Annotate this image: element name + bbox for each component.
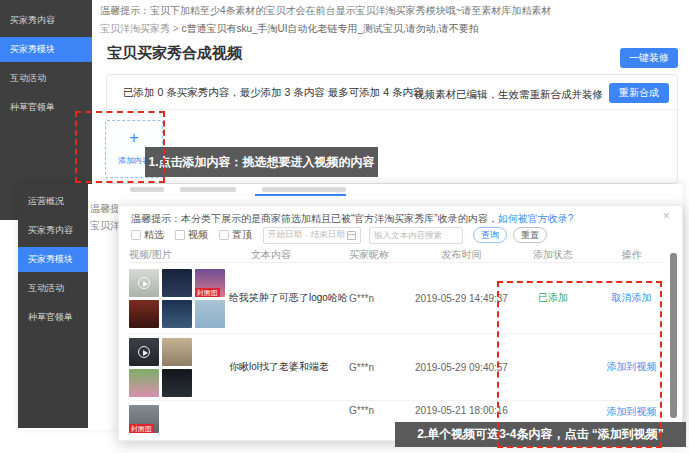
- front-nav-item-2[interactable]: 买家秀模块: [18, 247, 88, 272]
- clipped-warning-fragment: 温馨提示：: [90, 200, 118, 217]
- image-thumbnail[interactable]: [162, 269, 192, 297]
- checkbox-icon: [175, 230, 185, 240]
- row-action-link[interactable]: 取消添加: [597, 291, 666, 305]
- table-row: 封面图给我笑肿了可恶了logo哈哈G***n2019-05-29 14:49:3…: [129, 262, 666, 334]
- image-thumbnail[interactable]: 封面图: [129, 405, 159, 433]
- column-header-4: 添加状态: [509, 248, 597, 262]
- front-nav-item-0[interactable]: 运营概况: [18, 189, 88, 214]
- filter-checkbox-2[interactable]: 置顶: [219, 228, 252, 242]
- added-summary: 已添加 0 条买家秀内容，最少添加 3 条内容 最多可添加 4 条内容: [123, 86, 423, 100]
- modal-tip-text: 本分类下展示的是商家筛选加精且已被“官方洋淘买家秀库”收录的内容，: [181, 213, 498, 224]
- buyer-nick: G***n: [349, 362, 414, 373]
- clipped-breadcrumb-fragment: 宝贝洋淘买家秀: [90, 217, 118, 234]
- breadcrumb-current: c普通宝贝有sku_手淘UI自动化老链专用_测试宝贝,请勿动,请不要拍: [181, 23, 478, 34]
- filter-checkbox-1[interactable]: 视频: [175, 228, 208, 242]
- breadcrumb: 宝贝洋淘买家秀 > c普通宝贝有sku_手淘UI自动化老链专用_测试宝贝,请勿动…: [100, 22, 479, 36]
- image-thumbnail[interactable]: [129, 300, 159, 328]
- video-thumbnail[interactable]: [129, 338, 159, 366]
- modal-tip-prefix: 温馨提示：: [131, 213, 181, 224]
- annotation-step1: 1.点击添加内容：挑选想要进入视频的内容: [145, 147, 378, 177]
- front-sidebar: 运营概况买家秀内容买家秀模块互动活动种草官领单: [18, 184, 88, 428]
- publish-time: 2019-05-29 09:40:57: [414, 362, 509, 373]
- video-status-text: 视频素材已编辑，生效需重新合成并装修: [414, 88, 603, 102]
- column-header-0: 视频/图片: [129, 248, 229, 262]
- clipped-text-fragments: 温馨提示： 宝贝洋淘买家秀: [90, 200, 118, 242]
- close-icon[interactable]: ×: [662, 208, 670, 223]
- checkbox-label: 视频: [188, 228, 208, 242]
- column-header-2: 买家昵称: [349, 248, 414, 262]
- one-key-decorate-button[interactable]: 一键装修: [620, 48, 678, 68]
- table-row: 你瞅lol找了老婆和端老G***n2019-05-29 09:40:57添加到视…: [129, 334, 666, 401]
- checkbox-icon: [219, 230, 229, 240]
- content-picker-modal: × 温馨提示：本分类下展示的是商家筛选加精且已被“官方洋淘买家秀库”收录的内容，…: [118, 205, 683, 441]
- calendar-icon: [347, 231, 356, 240]
- search-input[interactable]: [369, 227, 463, 244]
- cover-tag: 封面图: [195, 288, 220, 297]
- image-thumbnail[interactable]: [162, 300, 192, 328]
- date-end-placeholder: 结束日期: [311, 229, 345, 241]
- buyer-nick: G***n: [349, 405, 414, 416]
- recompose-button[interactable]: 重新合成: [609, 83, 669, 103]
- reset-button[interactable]: 重置: [513, 227, 547, 243]
- tab-placeholder[interactable]: [180, 187, 236, 192]
- play-icon: [138, 346, 150, 358]
- back-nav-item-3[interactable]: 种草官领单: [0, 95, 92, 120]
- publish-time: 2019-05-29 14:49:37: [414, 293, 509, 304]
- screenshot-stage: 买家秀内容买家秀模块互动活动种草官领单 温馨提示：宝贝下加精至少4条素材的宝贝才…: [0, 0, 689, 453]
- table-body: 封面图给我笑肿了可恶了logo哈哈G***n2019-05-29 14:49:3…: [129, 262, 666, 441]
- back-nav-item-0[interactable]: 买家秀内容: [0, 8, 92, 33]
- active-tab-underline: [255, 194, 346, 196]
- date-range-picker[interactable]: 开始日期 - 结束日期: [263, 227, 361, 244]
- table-header-row: 视频/图片文本内容买家昵称发布时间添加状态操作: [129, 248, 666, 262]
- image-thumbnail[interactable]: [162, 338, 192, 366]
- video-thumbnail[interactable]: [129, 269, 159, 297]
- thumbnail-grid: [129, 338, 195, 397]
- add-status: 已添加: [509, 291, 597, 305]
- modal-tip: 温馨提示：本分类下展示的是商家筛选加精且已被“官方洋淘买家秀库”收录的内容，如何…: [131, 212, 573, 226]
- row-action-link[interactable]: 添加到视频: [597, 405, 666, 419]
- tab-placeholder[interactable]: [130, 187, 164, 192]
- filter-row: 精选视频置顶 开始日期 - 结束日期 查询 重置: [131, 226, 553, 244]
- buyer-nick: G***n: [349, 293, 414, 304]
- column-header-1: 文本内容: [229, 248, 349, 262]
- image-thumbnail[interactable]: [129, 369, 159, 397]
- date-start-placeholder: 开始日期: [268, 229, 302, 241]
- filter-checkbox-0[interactable]: 精选: [131, 228, 164, 242]
- thumbnail-grid: 封面图: [129, 405, 162, 433]
- checkbox-label: 精选: [144, 228, 164, 242]
- back-sidebar-menu: 买家秀内容买家秀模块互动活动种草官领单: [0, 8, 92, 120]
- query-button[interactable]: 查询: [473, 227, 507, 243]
- thumbnail-grid: 封面图: [129, 269, 228, 328]
- annotation-step2: 2.单个视频可选3-4条内容，点击 “添加到视频”: [395, 422, 686, 447]
- official-include-link[interactable]: 如何被官方收录?: [498, 213, 574, 224]
- page-title: 宝贝买家秀合成视频: [107, 44, 242, 63]
- image-thumbnail[interactable]: 封面图: [195, 269, 225, 297]
- cover-tag: 封面图: [129, 424, 154, 433]
- play-icon: [138, 277, 150, 289]
- row-action-link[interactable]: 添加到视频: [597, 360, 666, 374]
- card-divider: [107, 109, 677, 110]
- modal-scrollbar[interactable]: [670, 253, 677, 418]
- content-text: 你瞅lol找了老婆和端老: [229, 360, 349, 374]
- breadcrumb-separator: >: [173, 23, 179, 34]
- front-nav-item-3[interactable]: 互动活动: [18, 276, 88, 301]
- front-nav-item-4[interactable]: 种草官领单: [18, 305, 88, 330]
- image-thumbnail[interactable]: [162, 369, 192, 397]
- back-nav-item-1[interactable]: 买家秀模块: [0, 37, 92, 62]
- page-warning-text: 温馨提示：宝贝下加精至少4条素材的宝贝才会在前台显示宝贝洋淘买家秀模块哦~请至素…: [100, 4, 551, 18]
- content-text: 给我笑肿了可恶了logo哈哈: [229, 291, 349, 305]
- date-separator: -: [305, 230, 308, 240]
- image-thumbnail[interactable]: [195, 300, 225, 328]
- tab-placeholder[interactable]: [262, 187, 346, 192]
- publish-time: 2019-05-21 18:00:16: [414, 405, 509, 416]
- column-header-5: 操作: [597, 248, 666, 262]
- media-cell: [129, 338, 229, 397]
- breadcrumb-root[interactable]: 宝贝洋淘买家秀: [100, 23, 170, 34]
- media-cell: 封面图: [129, 269, 229, 328]
- filter-checkbox-group: 精选视频置顶: [131, 228, 263, 242]
- front-nav-item-1[interactable]: 买家秀内容: [18, 218, 88, 243]
- checkbox-label: 置顶: [232, 228, 252, 242]
- column-header-3: 发布时间: [414, 248, 509, 262]
- media-cell: 封面图: [129, 405, 229, 433]
- back-nav-item-2[interactable]: 互动活动: [0, 66, 92, 91]
